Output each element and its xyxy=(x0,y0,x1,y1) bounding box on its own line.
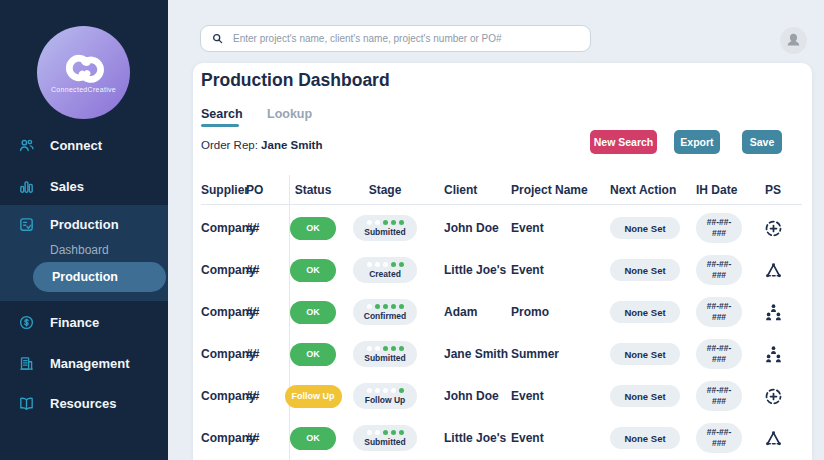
save-button[interactable]: Save xyxy=(742,130,782,154)
supplier-cell: Company xyxy=(193,431,246,445)
column-header-client: Client xyxy=(425,183,511,197)
sidebar-item-management[interactable]: Management xyxy=(0,350,168,376)
next-action-badge[interactable]: None Set xyxy=(610,427,680,449)
ih-date-badge: ##-##-### xyxy=(696,255,742,285)
table-row[interactable]: Company ## OK Submitted John Doe Event N… xyxy=(193,207,812,249)
client-cell: Jane Smith xyxy=(425,347,511,361)
column-header-project-name: Project Name xyxy=(511,183,610,197)
status-badge: OK xyxy=(290,343,336,366)
supplier-cell: Company xyxy=(193,389,246,403)
project-name-cell: Event xyxy=(511,263,610,277)
stage-badge: Follow Up xyxy=(353,383,417,409)
stage-badge: Submitted xyxy=(353,215,417,241)
stage-progress-dots xyxy=(365,304,405,309)
ih-date-cell: ##-##-### xyxy=(696,255,753,285)
bar-chart-icon xyxy=(18,178,35,195)
stage-progress-dots xyxy=(365,220,405,225)
ih-date-badge: ##-##-### xyxy=(696,423,742,453)
ih-date-cell: ##-##-### xyxy=(696,213,753,243)
next-action-badge[interactable]: None Set xyxy=(610,385,680,407)
sidebar-item-label: Finance xyxy=(50,315,99,330)
table-row[interactable]: Company ## OK Submitted Little Joe's Eve… xyxy=(193,417,812,459)
next-action-cell: None Set xyxy=(610,343,696,365)
status-cell: OK xyxy=(281,217,345,240)
ih-date-badge: ##-##-### xyxy=(696,381,742,411)
project-name-cell: Event xyxy=(511,389,610,403)
sidebar-item-label: Production xyxy=(50,217,119,232)
ps-cell xyxy=(753,259,793,281)
sidebar-subitem-production[interactable]: Production xyxy=(33,262,166,292)
book-icon xyxy=(18,395,35,412)
column-header-po: PO xyxy=(246,183,281,197)
next-action-badge[interactable]: None Set xyxy=(610,343,680,365)
ih-date-cell: ##-##-### xyxy=(696,381,753,411)
table-row[interactable]: Company ## OK Created Little Joe's Event… xyxy=(193,249,812,291)
sidebar-item-sales[interactable]: Sales xyxy=(0,173,168,199)
order-rep: Order Rep: Jane Smith xyxy=(201,139,322,151)
order-rep-label: Order Rep: xyxy=(201,139,258,151)
stage-label: Created xyxy=(369,269,401,279)
status-badge: OK xyxy=(290,301,336,324)
ps-cell xyxy=(753,343,793,365)
po-cell: ## xyxy=(246,431,281,445)
tab-lookup[interactable]: Lookup xyxy=(267,107,312,121)
stage-badge: Confirmed xyxy=(353,299,417,325)
table-row[interactable]: Company ## OK Submitted Jane Smith Summe… xyxy=(193,333,812,375)
search-input[interactable] xyxy=(233,33,580,44)
stage-cell: Submitted xyxy=(345,425,425,451)
triangle-nodes-icon[interactable] xyxy=(762,259,784,281)
sidebar-item-connect[interactable]: Connect xyxy=(0,132,168,158)
column-header-status: Status xyxy=(281,183,345,197)
stage-cell: Submitted xyxy=(345,215,425,241)
order-rep-value: Jane Smith xyxy=(261,139,322,151)
supplier-cell: Company xyxy=(193,305,246,319)
new-search-button[interactable]: New Search xyxy=(590,130,657,154)
sidebar-item-production[interactable]: Production xyxy=(0,211,168,237)
logo-mark xyxy=(60,53,108,83)
people-group-icon[interactable] xyxy=(762,343,784,365)
stage-badge: Created xyxy=(353,257,417,283)
target-crosshair-icon[interactable] xyxy=(762,217,784,239)
next-action-badge[interactable]: None Set xyxy=(610,301,680,323)
status-badge: OK xyxy=(290,217,336,240)
stage-progress-dots xyxy=(365,388,405,393)
ih-date-cell: ##-##-### xyxy=(696,339,753,369)
status-badge: OK xyxy=(290,427,336,450)
next-action-badge[interactable]: None Set xyxy=(610,259,680,281)
person-icon xyxy=(784,31,803,50)
sidebar-subitem-dashboard[interactable]: Dashboard xyxy=(50,243,109,257)
status-cell: OK xyxy=(281,343,345,366)
next-action-cell: None Set xyxy=(610,259,696,281)
table-row[interactable]: Company ## OK Confirmed Adam Promo None … xyxy=(193,291,812,333)
po-cell: ## xyxy=(246,305,281,319)
client-cell: John Doe xyxy=(425,221,511,235)
ih-date-badge: ##-##-### xyxy=(696,339,742,369)
status-cell: OK xyxy=(281,301,345,324)
stage-label: Submitted xyxy=(364,353,406,363)
next-action-badge[interactable]: None Set xyxy=(610,217,680,239)
table-row[interactable]: Company ## Follow Up Follow Up John Doe … xyxy=(193,375,812,417)
sidebar-item-label: Sales xyxy=(50,179,84,194)
export-button[interactable]: Export xyxy=(674,130,720,154)
sidebar-item-resources[interactable]: Resources xyxy=(0,390,168,416)
document-check-icon xyxy=(18,216,35,233)
supplier-cell: Company xyxy=(193,347,246,361)
triangle-nodes-icon[interactable] xyxy=(762,427,784,449)
sidebar-item-finance[interactable]: Finance xyxy=(0,309,168,335)
column-header-next-action: Next Action xyxy=(610,183,696,197)
ih-date-cell: ##-##-### xyxy=(696,423,753,453)
target-crosshair-icon[interactable] xyxy=(762,385,784,407)
user-avatar[interactable] xyxy=(780,27,807,54)
project-name-cell: Event xyxy=(511,431,610,445)
stage-cell: Confirmed xyxy=(345,299,425,325)
app-root: ConnectedCreative Connect Sales Producti… xyxy=(0,0,824,460)
project-name-cell: Summer xyxy=(511,347,610,361)
global-search xyxy=(200,25,591,52)
page-title: Production Dashboard xyxy=(201,70,390,91)
column-header-stage: Stage xyxy=(345,183,425,197)
tab-search[interactable]: Search xyxy=(201,107,243,121)
active-tab-underline xyxy=(201,124,239,127)
people-group-icon[interactable] xyxy=(762,301,784,323)
sidebar: ConnectedCreative Connect Sales Producti… xyxy=(0,0,168,460)
po-cell: ## xyxy=(246,389,281,403)
